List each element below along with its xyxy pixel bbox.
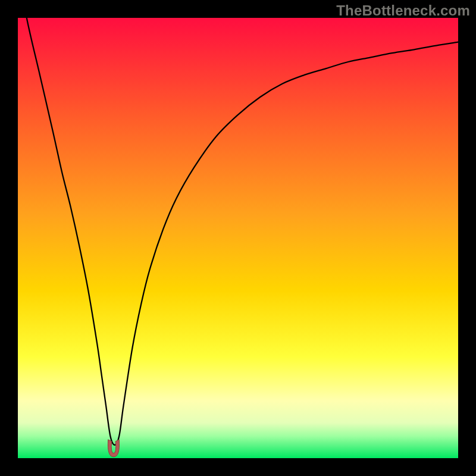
gradient-background (18, 18, 458, 458)
chart-plot-area (18, 18, 458, 458)
chart-svg (18, 18, 458, 458)
watermark-text: TheBottleneck.com (336, 2, 470, 19)
chart-frame: TheBottleneck.com (0, 0, 476, 476)
